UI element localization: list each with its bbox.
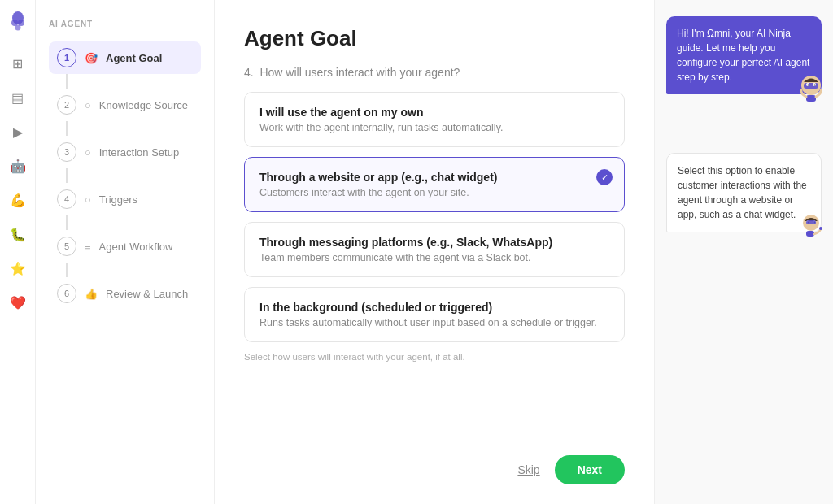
info-bubble-container: Select this option to enable customer in… [666,143,822,232]
option-title-2: Through a website or app (e.g., chat wid… [259,171,609,184]
ai-bubble-text: Hi! I'm Ωmni, your AI Ninja guide. Let m… [677,28,809,83]
ai-chat-bubble: Hi! I'm Ωmni, your AI Ninja guide. Let m… [666,16,822,94]
step-item-4[interactable]: 4 ○ Triggers [49,183,201,215]
step-connector-4 [66,215,68,230]
step-num-2: 2 [57,95,76,115]
option-desc-3: Team members communicate with the agent … [259,252,609,263]
nav-heart-icon[interactable]: ❤️ [7,291,29,314]
svg-rect-16 [806,220,816,224]
info-bubble-text: Select this option to enable customer in… [678,165,807,220]
option-check-2: ✓ [596,169,613,185]
question-label: 4. How will users interact with your age… [244,66,625,79]
nav-video-icon[interactable]: ▶ [7,120,29,143]
ninja-avatar-2 [796,211,826,245]
option-title-1: I will use the agent on my own [259,106,609,119]
nav-robot-icon[interactable]: 🤖 [7,154,29,177]
step-num-1: 1 [57,48,76,67]
step-num-4: 4 [57,189,76,209]
question-text: How will users interact with your agent? [259,66,460,79]
option-desc-4: Runs tasks automatically without user in… [259,317,609,328]
next-button[interactable]: Next [555,455,625,484]
step-connector-2 [66,121,68,136]
nav-star-icon[interactable]: ⭐ [7,257,29,280]
step-label-6: Review & Launch [106,288,188,300]
step-connector-1 [66,74,68,89]
nav-arm-icon[interactable]: 💪 [7,189,29,211]
step-icon-6: 👍 [85,288,98,300]
step-icon-2: ○ [85,99,91,111]
info-chat-bubble: Select this option to enable customer in… [666,153,822,232]
svg-point-9 [814,85,816,86]
skip-button[interactable]: Skip [517,463,539,476]
app-logo [7,10,29,36]
option-card-4[interactable]: In the background (scheduled or triggere… [244,287,625,342]
step-label-5: Agent Workflow [99,241,173,253]
right-panel: Hi! I'm Ωmni, your AI Ninja guide. Let m… [654,0,833,504]
option-card-2[interactable]: Through a website or app (e.g., chat wid… [244,157,625,212]
svg-point-8 [808,85,809,86]
ninja-avatar-1 [794,71,828,109]
svg-rect-5 [804,83,818,89]
step-item-3[interactable]: 3 ○ Interaction Setup [49,136,201,168]
step-num-6: 6 [57,284,76,303]
bottom-nav: Skip Next [517,455,625,484]
step-item-5[interactable]: 5 ≡ Agent Workflow [49,230,201,263]
nav-bug-icon[interactable]: 🐛 [7,223,29,245]
option-title-3: Through messaging platforms (e.g., Slack… [259,236,609,249]
svg-rect-10 [806,95,816,102]
steps-title: AI AGENT [49,20,201,28]
nav-layout-icon[interactable]: ▤ [7,86,29,109]
step-label-1: Agent Goal [106,52,162,64]
option-desc-2: Customers interact with the agent on you… [259,187,609,198]
step-num-3: 3 [57,142,76,162]
option-title-4: In the background (scheduled or triggere… [259,301,609,314]
step-connector-3 [66,168,68,183]
question-num: 4. [244,66,254,79]
step-item-1[interactable]: 1 🎯 Agent Goal [49,41,201,74]
svg-point-3 [15,25,20,31]
step-icon-1: 🎯 [85,52,98,64]
step-item-2[interactable]: 2 ○ Knowledge Source [49,89,201,121]
option-card-1[interactable]: I will use the agent on my own Work with… [244,92,625,147]
svg-point-18 [819,227,822,230]
option-desc-1: Work with the agent internally, run task… [259,122,609,133]
step-label-3: Interaction Setup [99,146,179,159]
option-card-3[interactable]: Through messaging platforms (e.g., Slack… [244,222,625,277]
hint-text: Select how users will interact with your… [244,352,625,362]
step-label-2: Knowledge Source [99,99,188,111]
steps-sidebar: AI AGENT 1 🎯 Agent Goal 2 ○ Knowledge So… [36,0,215,504]
step-connector-5 [66,263,68,277]
step-item-6[interactable]: 6 👍 Review & Launch [49,277,201,310]
step-num-5: 5 [57,237,76,256]
svg-rect-17 [806,231,814,237]
nav-grid-icon[interactable]: ⊞ [7,52,29,75]
step-label-4: Triggers [99,193,137,206]
icon-sidebar: ⊞ ▤ ▶ 🤖 💪 🐛 ⭐ ❤️ [0,0,36,504]
step-icon-5: ≡ [85,241,91,253]
step-icon-4: ○ [85,193,91,206]
step-icon-3: ○ [85,146,91,159]
main-content: Agent Goal 4. How will users interact wi… [215,0,654,504]
page-title: Agent Goal [244,26,625,51]
